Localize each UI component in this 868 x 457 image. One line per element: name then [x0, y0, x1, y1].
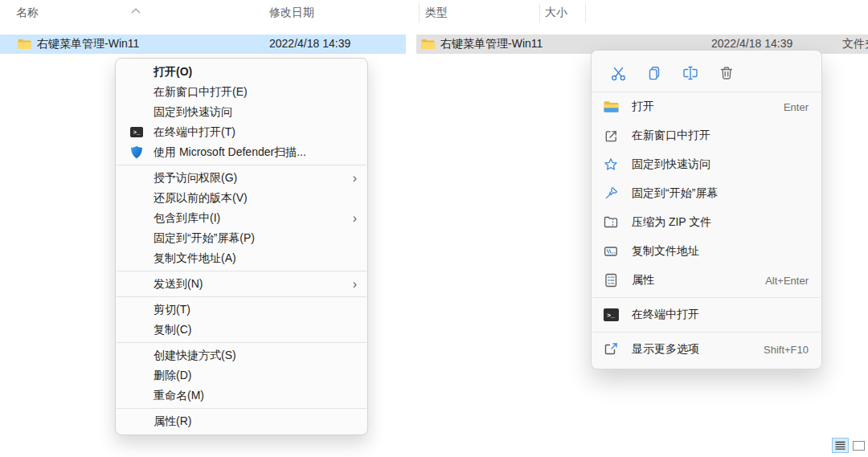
column-header-name[interactable]: 名称 — [16, 6, 39, 20]
file-modified: 2022/4/18 14:39 — [711, 37, 792, 50]
menu-item-label: 显示更多选项 — [632, 342, 764, 357]
menu-item-label: 打开(O) — [154, 65, 192, 80]
open-folder-icon — [603, 99, 619, 115]
details-view-button[interactable] — [832, 438, 849, 453]
file-row-selected[interactable]: 右键菜单管理-Win11 2022/4/18 14:39 — [0, 35, 406, 54]
menu-item-restore-previous-versions[interactable]: 还原以前的版本(V) — [116, 188, 367, 208]
menu-item-show-more-options[interactable]: 显示更多选项 Shift+F10 — [592, 335, 821, 364]
menu-item-label: 打开 — [632, 100, 784, 114]
shortcut-label: Alt+Enter — [765, 275, 809, 287]
menu-separator — [117, 165, 366, 165]
menu-item-open[interactable]: 打开 Enter — [592, 92, 821, 121]
menu-item-label: 包含到库中(I) — [154, 211, 220, 226]
menu-item-properties[interactable]: 属性(R) — [116, 411, 367, 431]
menu-separator — [117, 408, 366, 409]
menu-item-create-shortcut[interactable]: 创建快捷方式(S) — [116, 345, 367, 365]
menu-item-copy-file-address[interactable]: 复制文件地址(A) — [116, 248, 367, 268]
menu-item-grant-access[interactable]: 授予访问权限(G) › — [116, 168, 367, 188]
folder-icon — [421, 39, 435, 50]
menu-item-label: 复制(C) — [154, 323, 191, 337]
menu-item-label: 剪切(T) — [154, 303, 190, 317]
star-icon — [603, 157, 619, 173]
menu-item-label: 在新窗口中打开 — [632, 129, 809, 143]
menu-item-send-to[interactable]: 发送到(N) › — [116, 274, 367, 294]
menu-item-open-new-window[interactable]: 在新窗口中打开(E) — [116, 82, 367, 102]
menu-item-label: 在终端中打开 — [632, 308, 809, 322]
menu-item-rename[interactable]: 重命名(M) — [116, 386, 367, 406]
rename-button[interactable] — [677, 60, 704, 86]
copy-button[interactable] — [641, 60, 668, 86]
defender-shield-icon — [128, 142, 145, 162]
open-new-window-icon — [603, 128, 619, 144]
submenu-arrow-icon: › — [353, 169, 357, 186]
menu-item-delete[interactable]: 删除(D) — [116, 365, 367, 386]
menu-separator — [592, 297, 821, 298]
copy-path-icon — [603, 243, 619, 259]
column-header-size[interactable]: 大小 — [545, 6, 567, 20]
copy-icon — [646, 65, 662, 81]
menu-item-label: 还原以前的版本(V) — [154, 191, 248, 206]
menu-item-label: 在终端中打开(T) — [154, 125, 235, 140]
quick-action-toolbar — [592, 55, 821, 92]
menu-item-include-in-library[interactable]: 包含到库中(I) › — [116, 208, 367, 228]
column-header-type[interactable]: 类型 — [425, 6, 448, 20]
menu-item-label: 使用 Microsoft Defender扫描... — [154, 145, 306, 160]
menu-separator — [117, 271, 366, 271]
file-explorer-screen: 名称 修改日期 类型 大小 右键菜单管理-Win11 2022/4/18 14:… — [0, 0, 868, 457]
menu-separator — [117, 296, 366, 297]
large-icons-view-button[interactable] — [853, 441, 865, 451]
zip-folder-icon — [603, 214, 619, 231]
menu-item-label: 压缩为 ZIP 文件 — [632, 215, 809, 230]
folder-icon — [18, 39, 31, 50]
trash-icon — [719, 65, 735, 81]
menu-item-pin-to-start[interactable]: 固定到“开始”屏幕(P) — [116, 228, 367, 248]
details-view-icon — [835, 441, 845, 451]
menu-item-cut[interactable]: 剪切(T) — [116, 300, 367, 320]
menu-item-label: 固定到快速访问 — [154, 105, 232, 120]
column-header-modified[interactable]: 修改日期 — [269, 6, 314, 20]
scissors-icon — [610, 65, 627, 82]
menu-item-pin-quick-access[interactable]: 固定到快速访问 — [116, 102, 367, 122]
menu-item-copy-file-address[interactable]: 复制文件地址 — [592, 237, 821, 266]
file-name: 右键菜单管理-Win11 — [440, 37, 542, 51]
shortcut-label: Enter — [784, 101, 809, 113]
menu-item-label: 重命名(M) — [154, 389, 204, 403]
menu-item-label: 固定到“开始”屏幕 — [632, 186, 809, 201]
menu-item-properties[interactable]: 属性 Alt+Enter — [592, 266, 821, 295]
menu-item-open-new-window[interactable]: 在新窗口中打开 — [592, 121, 821, 150]
menu-item-label: 发送到(N) — [154, 277, 203, 292]
column-divider[interactable] — [419, 3, 420, 22]
menu-item-label: 固定到快速访问 — [632, 157, 809, 172]
win11-context-menu: 打开 Enter 在新窗口中打开 固定到快速访问 — [591, 50, 822, 369]
menu-item-copy[interactable]: 复制(C) — [116, 320, 367, 340]
menu-item-open-terminal[interactable]: >_ 在终端中打开(T) — [116, 122, 367, 142]
menu-item-label: 授予访问权限(G) — [154, 171, 237, 186]
column-divider[interactable] — [585, 3, 586, 22]
menu-item-open-terminal[interactable]: >_ 在终端中打开 — [592, 300, 821, 329]
menu-item-pin-quick-access[interactable]: 固定到快速访问 — [592, 150, 821, 179]
menu-item-label: 复制文件地址(A) — [154, 251, 236, 266]
menu-item-label: 删除(D) — [154, 369, 191, 383]
sort-ascending-icon[interactable] — [131, 2, 141, 17]
terminal-icon: >_ — [603, 307, 619, 323]
classic-context-menu: 打开(O) 在新窗口中打开(E) 固定到快速访问 >_ 在终端中打开(T) — [115, 58, 368, 435]
file-name: 右键菜单管理-Win11 — [37, 37, 139, 51]
properties-icon — [603, 272, 619, 288]
cut-button[interactable] — [604, 60, 632, 86]
rename-icon — [682, 65, 699, 81]
delete-button[interactable] — [713, 60, 740, 86]
menu-separator — [117, 342, 366, 343]
menu-item-defender-scan[interactable]: 使用 Microsoft Defender扫描... — [116, 142, 367, 162]
file-type: 文件夹 — [842, 37, 868, 51]
menu-item-pin-to-start[interactable]: 固定到“开始”屏幕 — [592, 179, 821, 208]
menu-item-label: 属性 — [632, 273, 765, 288]
menu-item-label: 属性(R) — [154, 414, 191, 429]
pin-icon — [603, 186, 619, 202]
file-modified: 2022/4/18 14:39 — [269, 37, 350, 50]
menu-item-label: 固定到“开始”屏幕(P) — [154, 231, 255, 246]
menu-item-open[interactable]: 打开(O) — [116, 62, 367, 82]
menu-item-label: 创建快捷方式(S) — [154, 349, 236, 363]
column-divider[interactable] — [539, 3, 540, 22]
menu-item-label: 复制文件地址 — [632, 244, 809, 259]
menu-item-compress-zip[interactable]: 压缩为 ZIP 文件 — [592, 208, 821, 237]
